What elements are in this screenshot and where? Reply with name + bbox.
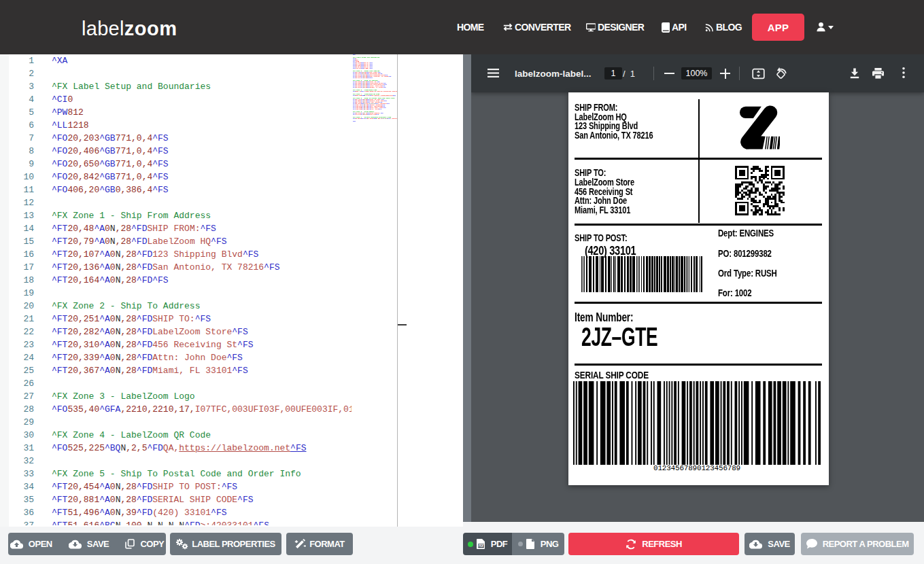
svg-text:PDF: PDF <box>478 544 483 548</box>
